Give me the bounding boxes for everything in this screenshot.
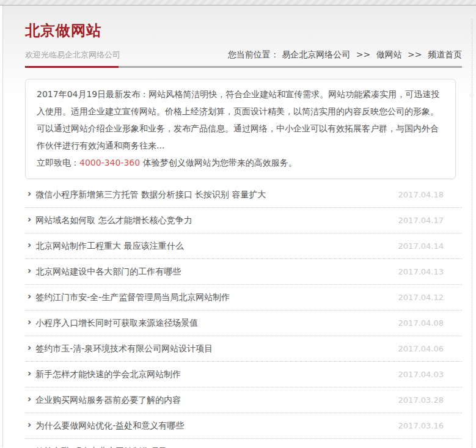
notice-call-line: 立即致电：4000-340-360 体验梦创义做网站为您带来的高效服务。	[37, 154, 443, 171]
arrow-right-icon: ›	[27, 343, 31, 353]
article-row: › 为什么要做网站优化-益处和意义有哪些 2017.03.16	[25, 413, 462, 439]
arrow-right-icon: ›	[27, 266, 31, 276]
article-title-link[interactable]: 北京网站建设中各大部门的工作有哪些	[35, 266, 398, 277]
breadcrumb-link-home[interactable]: 频道首页	[428, 50, 462, 59]
article-title-link[interactable]: 签约市玉-清-泉环境技术有限公司网站设计项目	[35, 343, 398, 354]
article-title-link[interactable]: 网站域名如何取 怎么才能增长核心竞争力	[35, 215, 398, 226]
call-suffix: 体验梦创义做网站为您带来的高效服务。	[140, 158, 296, 167]
breadcrumb: 您当前位置： 易企北京网络公司 >> 做网站 >> 频道首页	[228, 50, 462, 61]
article-list: › 微信小程序新增第三方托管 数据分析接口 长按识别 容量扩大 2017.04.…	[25, 182, 462, 448]
article-title-link[interactable]: 北京网站制作工程重大 最应该注重什么	[35, 241, 398, 252]
article-row: › 小程序入口增长同时可获取来源途径场景值 2017.04.08	[25, 310, 462, 336]
article-title-link[interactable]: 微信小程序新增第三方托管 数据分析接口 长按识别 容量扩大	[35, 189, 398, 200]
notice-box: 2017年04月19日最新发布：网站风格简洁明快，符合企业建站和宣传需求。网站功…	[25, 79, 456, 179]
arrow-right-icon: ›	[27, 215, 31, 224]
breadcrumb-link-company[interactable]: 易企北京网络公司	[282, 50, 350, 59]
phone-number: 4000-340-360	[79, 158, 140, 167]
article-row: › 签约市玉-清-泉环境技术有限公司网站设计项目 2017.04.06	[25, 336, 462, 362]
page-title: 北京做网站	[25, 21, 461, 40]
article-row: › 微信小程序新增第三方托管 数据分析接口 长按识别 容量扩大 2017.04.…	[25, 182, 462, 208]
article-title-link[interactable]: 新手怎样才能快速的学会北京网站制作	[35, 369, 398, 380]
arrow-right-icon: ›	[27, 241, 31, 250]
arrow-right-icon: ›	[27, 318, 31, 327]
breadcrumb-separator: >>	[408, 50, 422, 59]
welcome-text: 欢迎光临易企北京网络公司	[25, 50, 120, 61]
article-title-link[interactable]: 签约江门市安-全-生产监督管理局当局北京网站制作	[35, 292, 398, 303]
article-date: 2017.04.17	[398, 216, 444, 225]
article-row: › 签约江门市安-全-生产监督管理局当局北京网站制作 2017.04.12	[25, 285, 462, 310]
article-title-link[interactable]: 企业购买网站服务器前必要了解的内容	[35, 395, 398, 406]
article-date: 2017.03.16	[398, 421, 444, 430]
article-row: › 新手怎样才能快速的学会北京网站制作 2017.04.03	[25, 362, 462, 387]
arrow-right-icon: ›	[27, 189, 31, 199]
article-title-link[interactable]: 签约市联-硕光电北京网站制作项目	[35, 446, 398, 448]
article-date: 2017.04.08	[398, 318, 444, 328]
content-area: 北京做网站 欢迎光临易企北京网络公司 您当前位置： 易企北京网络公司 >> 做网…	[2, 6, 476, 447]
article-row: › 网站域名如何取 怎么才能增长核心竞争力 2017.04.17	[25, 208, 462, 233]
top-border-bar	[0, 0, 476, 6]
arrow-right-icon: ›	[27, 292, 31, 301]
arrow-right-icon: ›	[27, 369, 31, 378]
article-title-link[interactable]: 小程序入口增长同时可获取来源途径场景值	[35, 318, 398, 329]
article-date: 2017.04.03	[398, 370, 444, 379]
call-prefix: 立即致电：	[37, 158, 79, 167]
article-date: 2017.04.12	[398, 293, 444, 302]
arrow-right-icon: ›	[27, 420, 31, 430]
header-divider-accent	[25, 66, 119, 68]
page-header: 北京做网站 欢迎光临易企北京网络公司 您当前位置： 易企北京网络公司 >> 做网…	[3, 6, 476, 68]
notice-text: 2017年04月19日最新发布：网站风格简洁明快，符合企业建站和宣传需求。网站功…	[37, 86, 443, 154]
article-row: › 北京网站制作工程重大 最应该注重什么 2017.04.14	[25, 233, 462, 259]
article-date: 2017.04.13	[398, 267, 444, 276]
article-row: › 企业购买网站服务器前必要了解的内容 2017.03.28	[25, 387, 462, 413]
article-date: 2017.04.14	[398, 241, 444, 251]
header-row: 欢迎光临易企北京网络公司 您当前位置： 易企北京网络公司 >> 做网站 >> 频…	[25, 50, 462, 61]
breadcrumb-link-channel[interactable]: 做网站	[376, 50, 402, 59]
arrow-right-icon: ›	[27, 446, 31, 448]
article-row: › 签约市联-硕光电北京网站制作项目 2017.03.13	[25, 439, 462, 448]
article-date: 2017.04.06	[398, 344, 444, 353]
article-row: › 北京网站建设中各大部门的工作有哪些 2017.04.13	[25, 259, 462, 285]
header-divider	[25, 66, 462, 68]
article-date: 2017.03.28	[398, 395, 444, 405]
arrow-right-icon: ›	[27, 395, 31, 404]
article-title-link[interactable]: 为什么要做网站优化-益处和意义有哪些	[35, 420, 398, 431]
breadcrumb-prefix: 您当前位置：	[228, 50, 279, 59]
breadcrumb-separator: >>	[356, 50, 370, 59]
article-date: 2017.04.18	[398, 190, 444, 199]
